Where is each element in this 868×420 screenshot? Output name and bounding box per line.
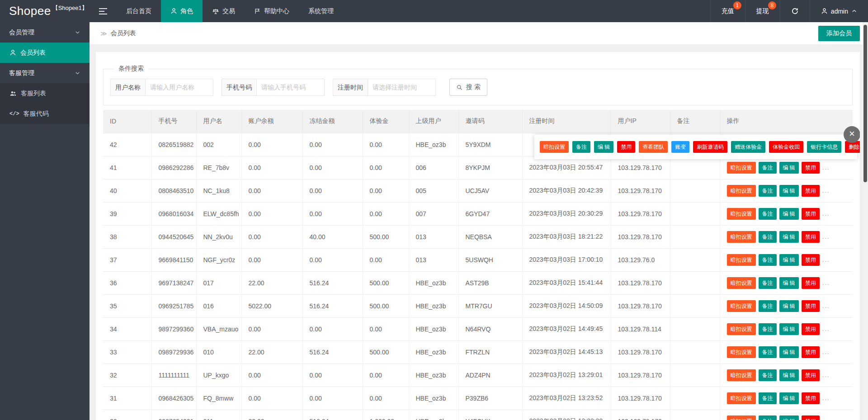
row-action-hidden-deduct-settings-button[interactable]: 暗扣设置: [727, 277, 756, 289]
row-action-note-button[interactable]: 备注: [759, 392, 777, 404]
row-action-edit-button[interactable]: 编 辑: [779, 162, 799, 174]
register-time-input[interactable]: [368, 79, 436, 96]
row-action-disable-button[interactable]: 禁用: [802, 323, 820, 335]
row-action-hidden-deduct-settings-button[interactable]: 暗扣设置: [727, 369, 756, 381]
row-action-hidden-deduct-settings-button[interactable]: 暗扣设置: [727, 346, 756, 358]
more-actions-button[interactable]: ...: [822, 164, 830, 171]
more-actions-button[interactable]: ...: [822, 233, 830, 240]
popup-action-gift-trial-money-button[interactable]: 赠送体验金: [731, 141, 765, 153]
add-member-button[interactable]: 添加会员: [818, 26, 860, 41]
more-actions-button[interactable]: ...: [822, 349, 830, 355]
row-action-disable-button[interactable]: 禁用: [802, 415, 820, 420]
recharge-button[interactable]: 充值 1: [710, 0, 745, 22]
popup-action-bank-card-info-button[interactable]: 银行卡信息: [807, 141, 841, 153]
more-actions-button[interactable]: ...: [822, 256, 830, 263]
row-action-hidden-deduct-settings-button[interactable]: 暗扣设置: [727, 300, 756, 312]
more-actions-button[interactable]: ...: [822, 418, 830, 420]
row-action-edit-button[interactable]: 编 辑: [779, 208, 799, 220]
cell-invite: N64RVQ: [458, 317, 522, 340]
refresh-button[interactable]: [780, 0, 810, 22]
row-action-note-button[interactable]: 备注: [759, 185, 777, 197]
username-input[interactable]: [146, 79, 213, 96]
row-action-hidden-deduct-settings-button[interactable]: 暗扣设置: [727, 323, 756, 335]
row-action-disable-button[interactable]: 禁用: [802, 254, 820, 266]
row-action-disable-button[interactable]: 禁用: [802, 392, 820, 404]
popup-action-refresh-invite-code-button[interactable]: 刷新邀请码: [693, 141, 727, 153]
row-action-hidden-deduct-settings-button[interactable]: 暗扣设置: [727, 185, 756, 197]
vertical-scrollbar-thumb[interactable]: [863, 25, 867, 182]
row-action-disable-button[interactable]: 禁用: [802, 208, 820, 220]
row-action-disable-button[interactable]: 禁用: [802, 346, 820, 358]
more-actions-button[interactable]: ...: [822, 372, 830, 378]
cell-parent: 006: [409, 156, 458, 179]
row-action-hidden-deduct-settings-button[interactable]: 暗扣设置: [727, 415, 756, 420]
row-action-note-button[interactable]: 备注: [759, 300, 777, 312]
vertical-scrollbar-track[interactable]: [863, 22, 868, 420]
cell-phone: 9897299360: [151, 317, 196, 340]
popup-action-edit-button[interactable]: 编 辑: [594, 141, 613, 153]
row-action-hidden-deduct-settings-button[interactable]: 暗扣设置: [727, 231, 756, 243]
row-action-hidden-deduct-settings-button[interactable]: 暗扣设置: [727, 392, 756, 404]
popup-action-balance-change-button[interactable]: 账变: [671, 141, 689, 153]
row-action-hidden-deduct-settings-button[interactable]: 暗扣设置: [727, 254, 756, 266]
more-actions-button[interactable]: ...: [822, 395, 830, 401]
row-action-note-button[interactable]: 备注: [759, 277, 777, 289]
row-action-note-button[interactable]: 备注: [759, 208, 777, 220]
row-action-hidden-deduct-settings-button[interactable]: 暗扣设置: [727, 208, 756, 220]
nav-item-dashboard[interactable]: 后台首页: [117, 0, 161, 22]
popup-action-recall-trial-money-button[interactable]: 体验金收回: [769, 141, 803, 153]
phone-input[interactable]: [257, 79, 325, 96]
sidebar-group-service-management[interactable]: 客服管理: [0, 63, 90, 83]
sidebar-item-member-list[interactable]: 会员列表: [0, 42, 90, 63]
more-actions-button[interactable]: ...: [822, 326, 830, 332]
row-action-edit-button[interactable]: 编 辑: [779, 231, 799, 243]
row-action-edit-button[interactable]: 编 辑: [779, 415, 799, 420]
sidebar-group-member-management[interactable]: 会员管理: [0, 22, 90, 42]
row-action-edit-button[interactable]: 编 辑: [779, 392, 799, 404]
row-action-edit-button[interactable]: 编 辑: [779, 323, 799, 335]
more-actions-button[interactable]: ...: [822, 187, 830, 194]
nav-item-help-center[interactable]: 帮助中心: [245, 0, 299, 22]
row-action-note-button[interactable]: 备注: [759, 162, 777, 174]
row-action-disable-button[interactable]: 禁用: [802, 277, 820, 289]
row-action-edit-button[interactable]: 编 辑: [779, 277, 799, 289]
sidebar-item-service-code[interactable]: </> 客服代码: [0, 104, 90, 124]
row-action-edit-button[interactable]: 编 辑: [779, 346, 799, 358]
nav-item-system-management[interactable]: 系统管理: [299, 0, 343, 22]
popup-action-view-team-button[interactable]: 查看团队: [639, 141, 668, 153]
row-action-disable-button[interactable]: 禁用: [802, 185, 820, 197]
cell-trial: 1,000.00: [363, 410, 409, 420]
cell-id: 38: [103, 225, 151, 248]
row-action-disable-button[interactable]: 禁用: [802, 300, 820, 312]
withdraw-button[interactable]: 提现 8: [745, 0, 780, 22]
close-icon[interactable]: ×: [844, 126, 860, 143]
row-action-note-button[interactable]: 备注: [759, 323, 777, 335]
sidebar-item-service-list[interactable]: 客服列表: [0, 83, 90, 104]
row-action-note-button[interactable]: 备注: [759, 369, 777, 381]
more-actions-button[interactable]: ...: [822, 279, 830, 286]
popup-action-note-button[interactable]: 备注: [572, 141, 590, 153]
more-actions-button[interactable]: ...: [822, 210, 830, 217]
table-row: 36969713824701722.00516.24500.00HBE_oz3b…: [103, 271, 853, 294]
row-action-hidden-deduct-settings-button[interactable]: 暗扣设置: [727, 162, 756, 174]
row-action-disable-button[interactable]: 禁用: [802, 231, 820, 243]
row-action-note-button[interactable]: 备注: [759, 254, 777, 266]
popup-action-hidden-deduct-settings-button[interactable]: 暗扣设置: [540, 141, 569, 153]
row-action-note-button[interactable]: 备注: [759, 231, 777, 243]
search-button[interactable]: 搜 索: [449, 79, 487, 96]
row-action-edit-button[interactable]: 编 辑: [779, 185, 799, 197]
row-action-disable-button[interactable]: 禁用: [802, 369, 820, 381]
nav-item-roles[interactable]: 角色: [161, 0, 203, 22]
row-action-edit-button[interactable]: 编 辑: [779, 300, 799, 312]
nav-hamburger-button[interactable]: [90, 0, 117, 22]
row-action-disable-button[interactable]: 禁用: [802, 162, 820, 174]
row-action-note-button[interactable]: 备注: [759, 415, 777, 420]
row-action-note-button[interactable]: 备注: [759, 346, 777, 358]
more-actions-button[interactable]: ...: [822, 302, 830, 309]
flag-icon: [254, 8, 261, 14]
row-action-edit-button[interactable]: 编 辑: [779, 254, 799, 266]
row-action-edit-button[interactable]: 编 辑: [779, 369, 799, 381]
popup-action-disable-button[interactable]: 禁用: [617, 141, 635, 153]
user-menu[interactable]: admin: [810, 0, 868, 22]
nav-item-transactions[interactable]: 交易: [203, 0, 245, 22]
